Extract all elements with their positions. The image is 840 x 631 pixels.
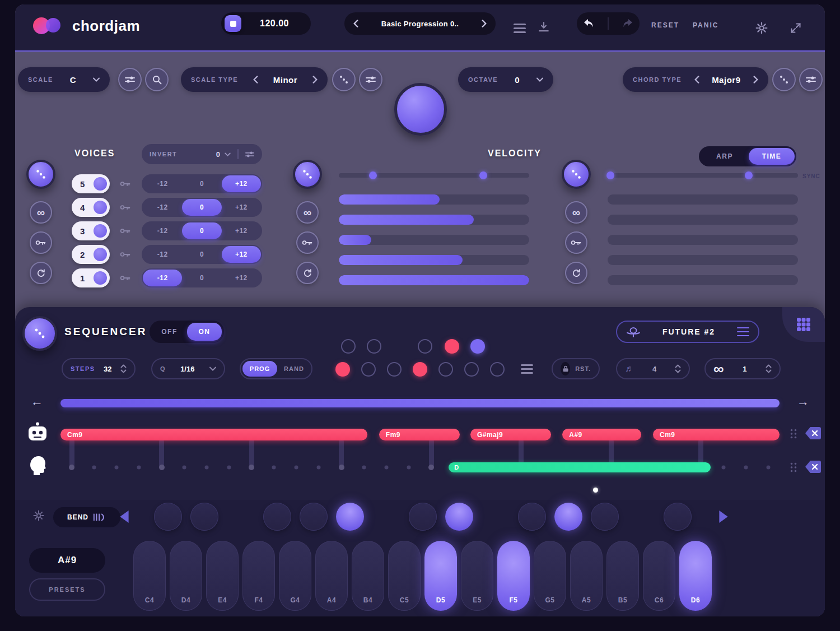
reset-step-control[interactable]: RST.	[552, 358, 600, 379]
velocity-refresh-button[interactable]	[296, 262, 319, 284]
note-row-drag-handle[interactable]	[790, 462, 797, 473]
black-key-F#5[interactable]	[518, 503, 546, 531]
voices-refresh-button[interactable]	[30, 262, 52, 284]
page-indicator-dot[interactable]	[593, 488, 598, 493]
white-key-D4[interactable]: D4	[170, 541, 202, 611]
time-bar[interactable]	[608, 215, 798, 225]
chord-block[interactable]: Fm9	[379, 429, 460, 440]
velocity-infinity-button[interactable]: ∞	[296, 201, 319, 224]
panic-button[interactable]: PANIC	[693, 21, 718, 29]
chord-type-next-icon[interactable]	[753, 76, 758, 83]
scale-type-prev-icon[interactable]	[253, 76, 258, 83]
head-icon[interactable]	[29, 455, 46, 476]
voice-number-pill[interactable]: 1	[72, 268, 110, 287]
black-key-C#6[interactable]	[664, 503, 692, 531]
voice-link-icon[interactable]	[120, 275, 131, 281]
velocity-random-knob[interactable]	[293, 160, 322, 189]
sequence-preset-control[interactable]: FUTURE #2	[616, 321, 759, 343]
time-infinity-button[interactable]: ∞	[565, 201, 587, 224]
stepper-icon[interactable]	[675, 364, 681, 374]
time-option[interactable]: TIME	[749, 148, 795, 165]
step-dot[interactable]	[227, 466, 231, 470]
pattern-step-off[interactable]	[361, 362, 376, 377]
white-key-G5[interactable]: G5	[534, 541, 566, 611]
time-bar[interactable]	[608, 194, 798, 205]
white-key-B5[interactable]: B5	[606, 541, 639, 611]
pattern-step-off[interactable]	[490, 362, 505, 377]
voice-offset-option[interactable]: +12	[222, 270, 261, 286]
voice-offset-option[interactable]: -12	[143, 199, 182, 216]
preset-next-icon[interactable]	[482, 20, 487, 27]
step-dot[interactable]	[69, 465, 74, 470]
step-dot[interactable]	[766, 466, 770, 470]
black-key-G#4[interactable]	[300, 503, 328, 531]
time-bar[interactable]	[608, 275, 798, 285]
rand-option[interactable]: RAND	[277, 365, 311, 372]
step-dot[interactable]	[428, 465, 434, 470]
note-count-control[interactable]: ♬ 4	[616, 358, 690, 379]
voice-offset-option[interactable]: -12	[143, 246, 182, 263]
voice-toggle-knob[interactable]	[94, 248, 107, 261]
time-bar[interactable]	[608, 255, 798, 265]
note-block[interactable]: D	[449, 462, 710, 472]
sequence-preset-menu-icon[interactable]	[737, 327, 749, 337]
resize-button[interactable]	[790, 22, 801, 34]
undo-button[interactable]	[583, 18, 595, 29]
chord-row-clear-button[interactable]	[805, 426, 822, 440]
black-key-D#5[interactable]	[445, 503, 473, 531]
velocity-bar[interactable]	[339, 275, 529, 285]
voice-link-icon[interactable]	[120, 251, 131, 258]
arp-option[interactable]: ARP	[699, 152, 750, 160]
reset-button[interactable]: RESET	[651, 21, 679, 29]
stepper-icon[interactable]	[120, 364, 127, 374]
velocity-bar[interactable]	[339, 255, 529, 265]
timeline-progress-bar[interactable]	[60, 399, 780, 407]
step-dot[interactable]	[721, 466, 725, 470]
voice-offset-option[interactable]: 0	[182, 270, 221, 286]
slider-handle[interactable]	[369, 171, 377, 179]
step-dot[interactable]	[159, 465, 165, 470]
step-dot[interactable]	[137, 466, 141, 470]
note-row-clear-button[interactable]	[805, 460, 822, 474]
pattern-step-hit[interactable]	[413, 362, 427, 377]
chord-row-drag-handle[interactable]	[790, 428, 797, 439]
octave-right-button[interactable]	[718, 510, 729, 523]
white-key-B4[interactable]: B4	[352, 541, 384, 611]
main-macro-knob[interactable]	[394, 83, 447, 136]
step-dot[interactable]	[295, 466, 298, 470]
white-key-F4[interactable]: F4	[242, 541, 275, 611]
quantize-control[interactable]: Q 1/16	[151, 358, 225, 379]
pattern-step-off[interactable]	[367, 339, 381, 354]
preset-name[interactable]: Basic Progression 0..	[381, 20, 459, 28]
redo-button[interactable]	[621, 18, 633, 29]
step-dot[interactable]	[317, 466, 321, 470]
invert-control[interactable]: INVERT 0	[142, 144, 262, 164]
chord-block[interactable]: Cm9	[653, 429, 780, 440]
voice-offset-option[interactable]: -12	[143, 270, 182, 286]
voices-lock-button[interactable]	[30, 231, 52, 254]
voice-number-pill[interactable]: 5	[72, 174, 110, 193]
white-key-E4[interactable]: E4	[206, 541, 239, 611]
voice-offset-option[interactable]: +12	[222, 175, 261, 192]
step-dot[interactable]	[182, 466, 186, 470]
octave-left-button[interactable]	[119, 510, 130, 523]
pattern-step-off[interactable]	[418, 339, 432, 354]
voice-offset-option[interactable]: 0	[182, 199, 221, 216]
voice-offset-option[interactable]: -12	[143, 175, 182, 192]
voices-random-knob[interactable]	[26, 160, 55, 189]
pattern-step-current[interactable]	[470, 339, 485, 354]
pattern-step-off[interactable]	[464, 362, 479, 377]
voice-toggle-knob[interactable]	[94, 224, 107, 238]
timeline-next-button[interactable]: →	[797, 395, 809, 409]
voice-offset-option[interactable]: +12	[222, 199, 261, 216]
velocity-slider[interactable]	[339, 173, 529, 178]
pattern-step-off[interactable]	[341, 339, 356, 354]
black-key-D#4[interactable]	[190, 503, 218, 531]
prog-option[interactable]: PROG	[242, 361, 277, 377]
sliders-icon[interactable]	[245, 151, 254, 158]
voice-offset-option[interactable]: +12	[222, 222, 261, 239]
white-key-C6[interactable]: C6	[643, 541, 675, 611]
velocity-bar[interactable]	[339, 194, 529, 205]
time-lock-button[interactable]	[565, 231, 587, 254]
save-preset-button[interactable]	[538, 21, 549, 33]
